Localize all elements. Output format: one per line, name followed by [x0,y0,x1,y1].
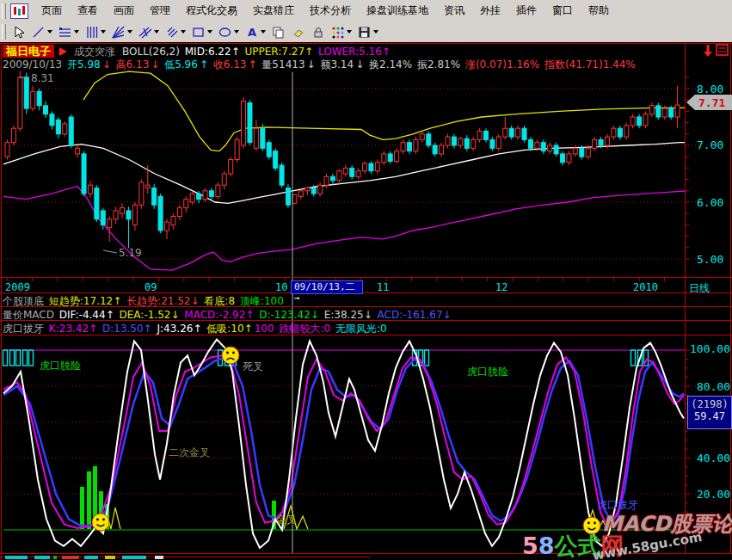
candle [197,194,201,200]
menu-item-程式化交易[interactable]: 程式化交易 [178,0,245,22]
candle [190,194,194,202]
channel-tool[interactable] [136,22,161,41]
save-tool[interactable] [355,22,380,41]
candle [382,154,386,163]
signal-top-bar [425,350,429,366]
menu-item-帮助[interactable]: 帮助 [581,0,617,22]
candle [267,143,271,157]
text-tool[interactable]: A [243,22,268,41]
pointer-tool[interactable] [9,22,28,41]
down-arrow-icon[interactable] [704,45,712,57]
svg-text:7.71: 7.71 [698,96,725,109]
candle [216,185,220,196]
trend-line-tool[interactable] [29,22,54,41]
eraser-tool[interactable] [289,22,307,41]
signal-annotation-死叉: 死叉 [243,360,263,374]
dropdown-caret-icon[interactable] [127,30,132,34]
pointer-icon [11,25,26,40]
menu-item-画面[interactable]: 画面 [106,0,142,22]
candle [509,128,514,137]
menu-item-外挂[interactable]: 外挂 [472,0,508,22]
period-label[interactable]: 日线 [689,281,710,296]
dropdown-caret-icon[interactable] [347,30,352,34]
candle [261,128,265,148]
candle [522,128,526,139]
happy-smiley-icon [92,514,109,531]
dropdown-caret-icon[interactable] [74,30,79,34]
candle [580,148,584,157]
golden-sections-tool[interactable] [56,22,81,41]
dropdown-caret-icon[interactable] [261,30,266,34]
trend-line-icon [31,25,46,40]
quote-segment: 振2.81% [417,58,464,71]
candle [535,143,539,149]
dropdown-caret-icon[interactable] [101,30,106,34]
rectangle-tool[interactable] [189,22,214,41]
candle [222,174,226,185]
indicator-row-topbottom: 个股顶底 短趋势:17.12↑ 长趋势:21.52↓ 看底:8 顶峰:100 [3,294,286,309]
last-price-tag: 7.71 [686,95,732,110]
dropdown-caret-icon[interactable] [373,30,378,34]
menu-item-实盘猎庄[interactable]: 实盘猎庄 [245,0,302,22]
menu-item-插件[interactable]: 插件 [508,0,544,22]
dropdown-caret-icon[interactable] [207,30,212,34]
menu-items: 页面查看画面管理程式化交易实盘猎庄技术分析操盘训练基地资讯外挂插件窗口帮助 [34,0,617,22]
corner-icons [704,45,728,57]
quote-segment: ↑ [248,58,260,71]
lock-tool[interactable] [309,22,327,41]
signal-top-bar [16,350,21,366]
toolbar-grip[interactable] [2,3,6,19]
value-tick-100.00: 100.00 [690,342,730,355]
boll-upper-line [83,71,729,151]
panel-icon[interactable] [717,45,728,55]
price-tick-6.00: 6.00 [697,196,723,209]
gann-fan-tool[interactable] [109,22,134,41]
app-chart-icon[interactable] [10,3,28,19]
vertical-lines-tool[interactable] [83,22,108,41]
candle [350,168,354,176]
time-label-2010: 2010 [633,281,658,293]
candle [446,137,450,145]
menu-item-技术分析[interactable]: 技术分析 [302,0,359,22]
copy-tool[interactable] [269,22,287,41]
copy-icon [271,25,286,40]
menu-item-操盘训练基地[interactable]: 操盘训练基地 [359,0,436,22]
dropdown-caret-icon[interactable] [154,30,159,34]
candle [675,105,680,117]
dropdown-caret-icon[interactable] [181,30,186,34]
candle [567,154,571,163]
ellipse-tool[interactable] [216,22,241,41]
menu-item-管理[interactable]: 管理 [142,0,178,22]
candle [44,106,48,114]
dropdown-caret-icon[interactable] [47,30,52,34]
candle [229,160,233,175]
menu-item-页面[interactable]: 页面 [34,0,70,22]
candle [561,154,565,163]
indicator-segment-hukou-baya: 低吸:10↑ [206,323,252,335]
menu-item-资讯[interactable]: 资讯 [436,0,472,22]
parallel-lines-tool[interactable] [163,22,188,41]
candle [477,132,482,140]
candle [5,143,9,157]
candle [24,77,28,108]
candle [330,176,335,181]
candle [516,128,520,137]
quote-segment: ↓ [355,58,367,71]
candle [242,102,246,146]
indicator-segment-volume-price-macd: DIF:-4.44↑ [59,309,118,321]
colors-tool[interactable] [329,22,354,41]
menu-item-查看[interactable]: 查看 [70,0,106,22]
toolbar-grip[interactable] [2,24,6,40]
candle [612,128,616,137]
menu-item-窗口[interactable]: 窗口 [544,0,581,22]
boll-segment: UPPER:7.27↑ [245,46,317,58]
dropdown-caret-icon[interactable] [234,30,239,34]
candle [88,185,92,194]
watermark-char: 公 [555,532,578,559]
bar-count: (2198) [688,398,731,410]
save-icon [357,25,372,40]
stock-name[interactable]: 福日电子 [3,45,54,58]
indicator-segment-stock-topbottom: 长趋势:21.52↓ [126,295,202,307]
candle [50,114,54,126]
candle [605,137,609,145]
